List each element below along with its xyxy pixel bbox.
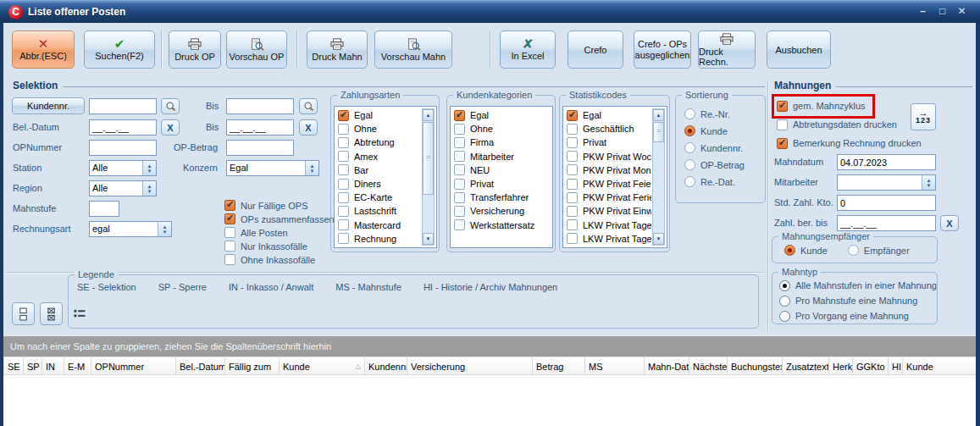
kundennr-from-search-button[interactable] [161,98,180,114]
scroll-up-icon[interactable]: ▲ [653,109,664,121]
print-mahn-button[interactable]: Druck Mahn [307,30,368,69]
std-zahl-kto-input[interactable] [837,195,936,211]
list-item[interactable]: LKW Privat Tages [565,232,651,246]
minimize-button[interactable]: – [916,4,929,18]
grid-column-header[interactable]: E-M△ [64,357,91,375]
zahl-ber-bis-clear-button[interactable]: X [940,215,959,231]
list-item[interactable]: Transferfahrer [452,191,551,204]
mahnung-checkbox[interactable]: Bemerkung Rechnung drucken [777,136,922,150]
mahntyp-radio[interactable]: Pro Vorgang eine Mahnung [779,309,937,323]
bel-datum-to-input[interactable] [226,119,294,136]
grid-column-header[interactable]: GGKto△ [853,357,889,375]
scrollbar[interactable]: ▲ ▼ [652,108,665,246]
sort-radio[interactable]: Re.-Nr. [684,108,745,119]
kundenkategorien-listbox[interactable]: EgalOhneFirmaMitarbeiterNEUPrivatTransfe… [450,106,553,248]
sort-radio[interactable]: Re.-Dat. [684,176,745,187]
grid-column-header[interactable]: Fällig zum△ [225,357,280,375]
list-item[interactable]: Egal [565,108,651,122]
list-item[interactable]: PKW Privat Ferienl [565,191,651,204]
close-button[interactable]: ✕ [955,4,968,18]
view-mode-plain-button[interactable] [12,302,35,325]
list-item[interactable]: PKW Privat Feierta [565,177,651,191]
scrollbar-thumb[interactable] [423,122,434,195]
export-excel-button[interactable]: X In Excel [500,30,556,69]
list-item[interactable]: Amex [336,150,421,163]
mahnstufe-input[interactable] [89,201,119,217]
empfaenger-radio[interactable]: Kunde [784,245,828,256]
mahntyp-radio[interactable]: Pro Mahnstufe eine Mahnung [779,294,937,307]
empfaenger-radio[interactable]: Empfänger [848,245,910,256]
grid-column-header[interactable]: Buchungstext△ [728,357,783,375]
filter-checkbox[interactable]: OPs zusammenfassen [224,213,335,224]
sort-radio[interactable]: Kunde [684,125,745,136]
renumber-button[interactable]: → 123 [911,103,936,130]
opnummer-input[interactable] [89,140,157,156]
list-item[interactable]: Werkstattersatz [452,219,551,232]
mahntyp-radio[interactable]: Alle Mahnstufen in einer Mahnung [779,279,937,292]
list-item[interactable]: Geschäftlich [565,122,651,136]
print-rechnung-button[interactable]: Druck Rechn. [698,30,756,69]
spinner-arrows-icon[interactable]: ▲▼ [305,161,318,175]
grid-column-header[interactable]: SE△ [4,357,24,375]
sort-radio[interactable]: OP-Betrag [684,159,745,170]
list-item[interactable]: PKW Privat Monat [565,163,651,177]
grid-column-header[interactable]: Bel.-Datum△ [176,357,225,375]
grid-column-header[interactable]: Kunde△ [903,357,976,375]
konzern-select[interactable]: Egal ▲▼ [226,160,319,176]
kundennr-from-input[interactable] [89,98,157,114]
crefo-button[interactable]: Crefo [568,30,623,69]
list-item[interactable]: Egal [452,108,551,122]
spinner-arrows-icon[interactable]: ▲▼ [922,175,935,190]
grid-column-header[interactable]: Kunde△ [280,357,365,375]
grid-column-header[interactable]: Versicherung△ [407,357,533,375]
scroll-down-icon[interactable]: ▼ [423,233,434,245]
ausbuchen-button[interactable]: Ausbuchen [767,30,831,69]
list-item[interactable]: Lastschrift [336,204,421,218]
kundennr-to-input[interactable] [226,98,294,114]
list-item[interactable]: PKW Privat Woche [565,150,651,163]
grid-column-header[interactable]: IN△ [42,357,64,375]
filter-checkbox[interactable]: Nur Inkassofälle [224,241,335,252]
sort-radio[interactable]: Kundennr. [684,142,745,153]
grid-group-by-bar[interactable]: Um nach einer Spalte zu gruppieren, zieh… [3,335,976,357]
list-item[interactable]: LKW Privat Tages [565,219,651,232]
list-item[interactable]: Mitarbeiter [452,150,551,163]
op-betrag-input[interactable] [226,140,294,156]
spinner-arrows-icon[interactable]: ▲▼ [142,181,156,196]
station-select[interactable]: Alle ▲▼ [89,160,157,176]
statistikcodes-listbox[interactable]: EgalGeschäftlichPrivatPKW Privat WochePK… [562,106,667,248]
print-op-button[interactable]: Druck OP [169,30,221,69]
rechnungsart-select[interactable]: egal ▲▼ [89,221,172,237]
grid-column-header[interactable]: MS△ [585,357,645,375]
list-item[interactable]: Privat [452,177,551,191]
filter-checkbox[interactable]: Ohne Inkassofälle [224,254,335,265]
preview-op-button[interactable]: Vorschau OP [226,30,287,69]
list-item[interactable]: Diners [336,177,421,191]
grid-column-header[interactable]: Herk.△ [829,357,853,375]
grid-column-header[interactable]: OPNummer△ [91,357,176,375]
grid-column-header[interactable]: HI△ [889,357,903,375]
maximize-button[interactable]: □ [936,4,949,18]
grid-column-header[interactable]: Kundennr.△ [365,357,407,375]
region-select[interactable]: Alle ▲▼ [89,180,157,196]
search-button[interactable]: ✔ Suchen(F2) [84,30,155,69]
scrollbar-thumb[interactable] [653,122,664,142]
filter-checkbox[interactable]: Alle Posten [224,227,335,238]
list-item[interactable]: Bar [336,163,421,177]
list-item[interactable]: Abtretung [336,136,421,149]
list-item[interactable]: NEU [452,163,551,177]
kundennr-to-search-button[interactable] [299,98,318,114]
list-item[interactable]: Mastercard [336,219,421,232]
list-item[interactable]: Ohne [336,122,421,136]
zahl-ber-bis-input[interactable] [837,215,936,231]
view-mode-list-button[interactable] [68,302,91,325]
mitarbeiter-select[interactable]: ▲▼ [837,174,936,191]
grid-body[interactable] [3,375,976,426]
view-mode-checked-button[interactable] [40,302,63,325]
crefo-ops-button[interactable]: Crefo - OPs ausgeglichen [634,30,691,69]
list-item[interactable]: EC-Karte [336,191,421,204]
grid-column-header[interactable]: Betrag△ [533,357,585,375]
zahlungsarten-listbox[interactable]: EgalOhneAbtretungAmexBarDinersEC-KarteLa… [334,106,437,248]
list-item[interactable]: Firma [452,136,551,149]
scroll-up-icon[interactable]: ▲ [423,109,434,121]
